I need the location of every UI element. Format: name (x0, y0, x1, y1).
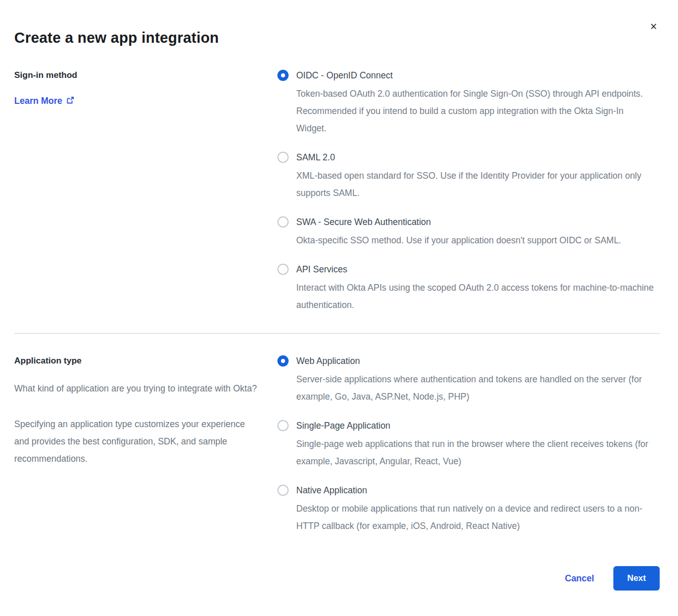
radio-label-oidc: OIDC - OpenID Connect (296, 70, 654, 81)
application-type-options: Web Application Server-side applications… (277, 355, 654, 535)
external-link-icon (66, 96, 74, 107)
application-type-question: What kind of application are you trying … (14, 380, 262, 397)
radio-description-swa: Okta-specific SSO method. Use if your ap… (296, 232, 654, 249)
dialog-footer: Cancel Next (14, 566, 660, 591)
create-app-integration-dialog: × Create a new app integration Sign-in m… (0, 0, 678, 616)
signin-method-section: Sign-in method Learn More OIDC - OpenID … (14, 70, 660, 314)
radio-input-native-application[interactable] (277, 485, 289, 496)
radio-input-swa[interactable] (277, 216, 289, 228)
close-icon[interactable]: × (646, 19, 661, 34)
radio-option-single-page-application[interactable]: Single-Page Application Single-page web … (277, 420, 654, 470)
radio-option-swa[interactable]: SWA - Secure Web Authentication Okta-spe… (277, 216, 654, 249)
radio-label-native-application: Native Application (296, 485, 654, 496)
radio-option-native-application[interactable]: Native Application Desktop or mobile app… (277, 485, 654, 535)
radio-input-saml[interactable] (277, 152, 289, 163)
radio-option-saml[interactable]: SAML 2.0 XML-based open standard for SSO… (277, 152, 654, 202)
signin-method-heading: Sign-in method (14, 70, 262, 81)
radio-description-native-application: Desktop or mobile applications that run … (296, 500, 654, 535)
radio-description-oidc: Token-based OAuth 2.0 authentication for… (296, 85, 654, 137)
signin-method-options: OIDC - OpenID Connect Token-based OAuth … (277, 70, 654, 314)
radio-input-oidc[interactable] (277, 70, 289, 81)
learn-more-link[interactable]: Learn More (14, 95, 74, 107)
radio-input-web-application[interactable] (277, 355, 289, 367)
application-type-note: Specifying an application type customize… (14, 415, 262, 467)
radio-description-single-page-application: Single-page web applications that run in… (296, 435, 654, 470)
cancel-button[interactable]: Cancel (565, 573, 594, 584)
radio-label-swa: SWA - Secure Web Authentication (296, 216, 654, 228)
radio-label-api-services: API Services (296, 264, 654, 275)
radio-option-oidc[interactable]: OIDC - OpenID Connect Token-based OAuth … (277, 70, 654, 137)
radio-option-web-application[interactable]: Web Application Server-side applications… (277, 355, 654, 405)
radio-option-api-services[interactable]: API Services Interact with Okta APIs usi… (277, 264, 654, 314)
radio-label-single-page-application: Single-Page Application (296, 420, 654, 431)
application-type-section: Application type What kind of applicatio… (14, 355, 660, 535)
radio-description-web-application: Server-side applications where authentic… (296, 371, 654, 405)
radio-label-saml: SAML 2.0 (296, 152, 654, 163)
learn-more-label: Learn More (14, 96, 62, 106)
application-type-left-column: Application type What kind of applicatio… (14, 355, 277, 467)
next-button[interactable]: Next (613, 566, 660, 591)
radio-input-api-services[interactable] (277, 264, 289, 275)
radio-label-web-application: Web Application (296, 355, 654, 367)
section-divider (14, 333, 660, 334)
radio-input-single-page-application[interactable] (277, 420, 289, 431)
application-type-heading: Application type (14, 355, 262, 367)
radio-description-saml: XML-based open standard for SSO. Use if … (296, 167, 654, 202)
page-title: Create a new app integration (14, 30, 660, 46)
radio-description-api-services: Interact with Okta APIs using the scoped… (296, 279, 654, 314)
signin-method-left-column: Sign-in method Learn More (14, 70, 277, 107)
